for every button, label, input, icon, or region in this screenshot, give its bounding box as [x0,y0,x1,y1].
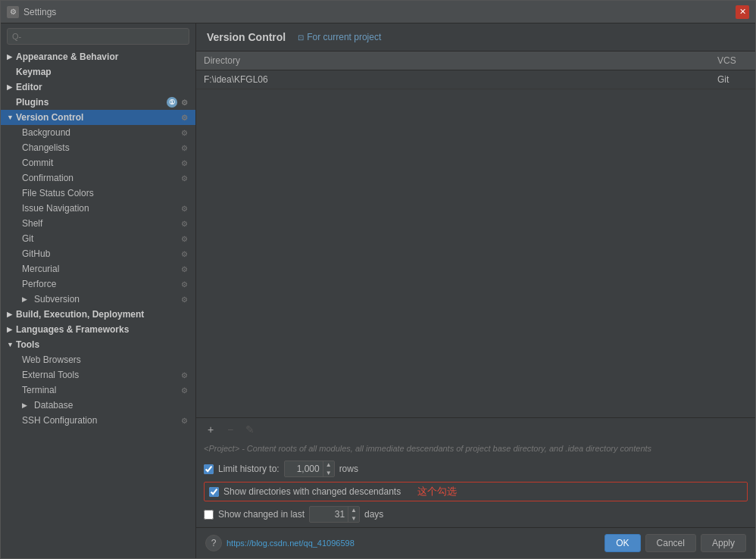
sidebar-item-shelf[interactable]: Shelf ⚙ [1,216,195,231]
expand-arrow: ▶ [7,83,16,91]
show-changed-checkbox[interactable] [204,510,214,520]
expand-arrow: ▶ [7,326,16,333]
vcs-table-area: Directory VCS F:\idea\KFGL06 Git [196,52,755,417]
sidebar-item-label: Languages & Frameworks [16,324,189,335]
sidebar-item-subversion[interactable]: ▶ Subversion ⚙ [1,292,195,307]
ok-button[interactable]: OK [604,534,640,552]
settings-icon: ⚙ [179,129,189,137]
footer-note: <Project> - Content roots of all modules… [196,441,755,456]
sidebar-item-label: Editor [16,82,189,92]
show-changed-spinner: ▲ ▼ [348,506,359,523]
search-box[interactable]: Q- [7,28,189,45]
sidebar-item-build-execution[interactable]: ▶ Build, Execution, Deployment [1,307,195,322]
sidebar-item-label: Database [34,400,189,411]
limit-history-label: Limit history to: [218,464,280,474]
limit-history-checkbox[interactable] [204,464,214,474]
sidebar-item-label: Subversion [34,294,179,304]
sidebar-item-plugins[interactable]: Plugins ① ⚙ [1,95,195,110]
help-button[interactable]: ? [205,535,222,551]
sidebar-item-label: GitHub [22,248,179,259]
subtitle-text: For current project [307,32,381,42]
sidebar-item-terminal[interactable]: Terminal ⚙ [1,383,195,398]
sidebar-item-database[interactable]: ▶ Database [1,398,195,413]
spinner-down[interactable]: ▼ [323,469,334,477]
close-button[interactable]: ✕ [736,5,749,19]
sidebar-item-file-status-colors[interactable]: File Status Colors [1,186,195,201]
sidebar-item-changelists[interactable]: Changelists ⚙ [1,140,195,155]
sidebar-item-label: Commit [22,158,179,168]
window-icon: ⚙ [7,6,19,18]
show-changed-input-wrap: ▲ ▼ [309,506,360,523]
settings-icon: ⚙ [179,159,189,167]
sidebar-item-github[interactable]: GitHub ⚙ [1,246,195,261]
sidebar-item-version-control[interactable]: ▼ Version Control ⚙ [1,110,195,125]
spinner-up[interactable]: ▲ [323,461,334,469]
sidebar-item-background[interactable]: Background ⚙ [1,125,195,140]
sidebar-item-label: Appearance & Behavior [16,52,189,62]
spinner-down[interactable]: ▼ [348,514,359,523]
col-vcs: VCS [710,52,755,70]
sidebar-item-editor[interactable]: ▶ Editor [1,80,195,95]
show-changed-suffix: days [364,509,383,520]
sidebar: Q- ▶ Appearance & Behavior Keymap ▶ Edit… [1,23,196,558]
sidebar-item-mercurial[interactable]: Mercurial ⚙ [1,261,195,276]
limit-history-input[interactable] [285,464,323,474]
sidebar-item-appearance[interactable]: ▶ Appearance & Behavior [1,49,195,64]
sidebar-item-tools[interactable]: ▼ Tools [1,337,195,352]
title-bar: ⚙ Settings ✕ [1,1,755,23]
sidebar-item-issue-navigation[interactable]: Issue Navigation ⚙ [1,201,195,216]
show-changed-label: Show changed in last [218,509,305,520]
sidebar-item-external-tools[interactable]: External Tools ⚙ [1,367,195,383]
limit-history-option: Limit history to: ▲ ▼ rows [204,461,748,477]
col-directory: Directory [196,52,710,70]
panel-title: Version Control [207,31,286,43]
sidebar-item-label: SSH Configuration [22,415,179,426]
sidebar-item-git[interactable]: Git ⚙ [1,231,195,246]
expand-arrow: ▶ [7,53,16,61]
sidebar-item-label: Perforce [22,279,179,289]
search-input[interactable] [24,31,184,42]
show-changed-input[interactable] [310,509,348,520]
sidebar-item-label: Issue Navigation [22,203,179,214]
vcs-table: Directory VCS F:\idea\KFGL06 Git [196,52,755,89]
expand-arrow: ▶ [22,401,31,409]
settings-icon: ⚙ [179,295,189,304]
add-button[interactable]: + [202,421,219,438]
settings-icon: ⚙ [179,205,189,213]
remove-button[interactable]: − [222,421,239,438]
limit-history-suffix: rows [339,464,358,474]
options-area: Limit history to: ▲ ▼ rows [196,456,755,527]
sidebar-item-languages[interactable]: ▶ Languages & Frameworks [1,322,195,337]
sidebar-item-label: Keymap [16,67,189,77]
cancel-button[interactable]: Cancel [645,534,696,552]
watermark-text: https://blog.csdn.net/qq_41096598 [226,539,355,548]
spinner-up[interactable]: ▲ [348,506,359,514]
cell-vcs: Git [710,70,755,89]
sidebar-item-ssh[interactable]: SSH Configuration ⚙ [1,413,195,428]
panel-body: Directory VCS F:\idea\KFGL06 Git [196,52,755,527]
search-icon: Q- [12,32,21,41]
show-directories-checkbox[interactable] [209,487,219,497]
main-content: Q- ▶ Appearance & Behavior Keymap ▶ Edit… [1,23,755,558]
sidebar-item-commit[interactable]: Commit ⚙ [1,155,195,170]
table-toolbar: + − ✎ [196,417,755,441]
settings-icon: ⚙ [179,250,189,258]
panel-subtitle: ⊡ For current project [298,32,381,42]
edit-button[interactable]: ✎ [242,421,258,438]
sidebar-item-web-browsers[interactable]: Web Browsers [1,352,195,367]
settings-icon: ⚙ [179,371,189,379]
cell-directory: F:\idea\KFGL06 [196,70,710,89]
project-icon: ⊡ [298,33,304,42]
settings-icon: ⚙ [179,417,189,425]
plugins-badge: ① [167,97,177,108]
apply-button[interactable]: Apply [701,534,746,552]
sidebar-item-perforce[interactable]: Perforce ⚙ [1,276,195,292]
settings-icon: ⚙ [179,174,189,183]
sidebar-item-keymap[interactable]: Keymap [1,64,195,80]
annotation-text: 这个勾选 [417,485,457,498]
sidebar-item-label: Web Browsers [22,354,189,365]
table-row[interactable]: F:\idea\KFGL06 Git [196,70,755,89]
settings-icon: ⚙ [179,220,189,228]
show-changed-option: Show changed in last ▲ ▼ days [204,506,748,523]
sidebar-item-confirmation[interactable]: Confirmation ⚙ [1,170,195,186]
